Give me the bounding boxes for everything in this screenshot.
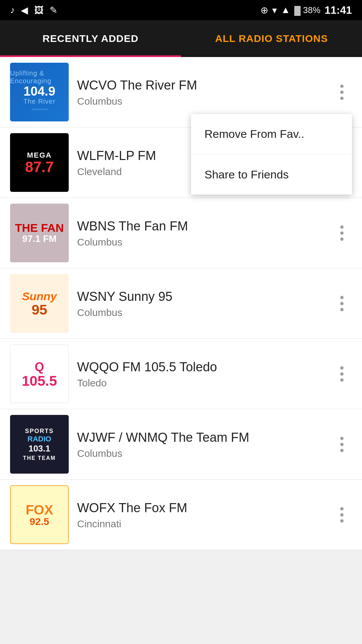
station-name-wcvo: WCVO The River FM [77,77,323,94]
station-info-wjwf: WJWF / WNMQ The Team FM Columbus [69,429,332,459]
clock: 11:41 [324,4,352,16]
station-item-wqqo[interactable]: Q 105.5 WQQO FM 105.5 Toledo Toledo [0,339,362,409]
more-dots-wcvo [340,85,344,100]
tab-all-radio-stations-label: ALL RADIO STATIONS [215,33,328,44]
station-logo-wofx: FOX 92.5 [10,485,69,544]
station-city-wjwf: Columbus [77,448,323,459]
station-name-wsny: WSNY Sunny 95 [77,288,323,305]
station-city-wofx: Cincinnati [77,518,323,530]
station-city-wcvo: Columbus [77,96,323,107]
station-logo-wcvo: Uplifting & Encouraging 104.9 The River … [10,63,69,121]
station-item-wjwf[interactable]: SPORTS RADIO 103.1 THE TEAM WJWF / WNMQ … [0,409,362,480]
station-item-wbns[interactable]: THE FAN 97.1 FM WBNS The Fan FM Columbus [0,198,362,268]
station-item-wofx[interactable]: FOX 92.5 WOFX The Fox FM Cincinnati [0,480,362,550]
edit-icon: ✎ [50,5,57,16]
music-icon: ♪ [10,5,15,15]
image-icon: 🖼 [34,5,44,16]
signal-icon: ▲ [281,5,290,15]
station-logo-wsny: Sunny 95 [10,274,69,333]
more-button-wjwf[interactable] [332,434,352,454]
station-logo-wjwf: SPORTS RADIO 103.1 THE TEAM [10,415,69,474]
more-button-wofx[interactable] [332,505,352,525]
station-info-wcvo: WCVO The River FM Columbus [69,77,332,107]
add-circle-icon: ⊕ [260,5,268,16]
station-item-wsny[interactable]: Sunny 95 WSNY Sunny 95 Columbus [0,268,362,339]
station-city-wsny: Columbus [77,307,323,318]
station-name-wqqo: WQQO FM 105.5 Toledo [77,359,323,375]
status-bar-left: ♪ ◀ 🖼 ✎ [10,5,57,16]
status-bar-right: ⊕ ▾ ▲ ▓ 38% 11:41 [260,4,352,16]
more-button-wqqo[interactable] [332,364,352,384]
tab-bar: RECENTLY ADDED ALL RADIO STATIONS [0,20,362,57]
station-info-wofx: WOFX The Fox FM Cincinnati [69,500,332,530]
back-icon: ◀ [21,5,28,16]
more-button-wsny[interactable] [332,293,352,314]
more-button-wcvo[interactable] [332,82,352,102]
tab-recently-added[interactable]: RECENTLY ADDED [0,20,181,57]
tab-recently-added-label: RECENTLY ADDED [43,33,138,44]
wifi-icon: ▾ [272,5,277,16]
station-list: Uplifting & Encouraging 104.9 The River … [0,57,362,550]
more-button-wbns[interactable] [332,223,352,243]
context-menu: Remove From Fav.. Share to Friends [191,114,352,195]
station-info-wbns: WBNS The Fan FM Columbus [69,218,332,248]
station-city-wqqo: Toledo [77,377,323,389]
remove-from-fav-label: Remove From Fav.. [204,127,304,141]
battery-icon: ▓ 38% [294,5,320,15]
station-logo-wlfm: MEGA 87.7 [10,133,69,192]
station-logo-wbns: THE FAN 97.1 FM [10,204,69,262]
station-name-wjwf: WJWF / WNMQ The Team FM [77,429,323,446]
station-info-wsny: WSNY Sunny 95 Columbus [69,288,332,318]
tab-all-radio-stations[interactable]: ALL RADIO STATIONS [181,20,362,57]
station-name-wofx: WOFX The Fox FM [77,500,323,516]
station-logo-wqqo: Q 105.5 [10,344,69,403]
remove-from-fav-button[interactable]: Remove From Fav.. [191,114,352,154]
status-bar: ♪ ◀ 🖼 ✎ ⊕ ▾ ▲ ▓ 38% 11:41 [0,0,362,20]
station-info-wqqo: WQQO FM 105.5 Toledo Toledo [69,359,332,389]
station-name-wbns: WBNS The Fan FM [77,218,323,234]
share-to-friends-label: Share to Friends [204,168,289,181]
station-city-wbns: Columbus [77,236,323,248]
share-to-friends-button[interactable]: Share to Friends [191,154,352,195]
